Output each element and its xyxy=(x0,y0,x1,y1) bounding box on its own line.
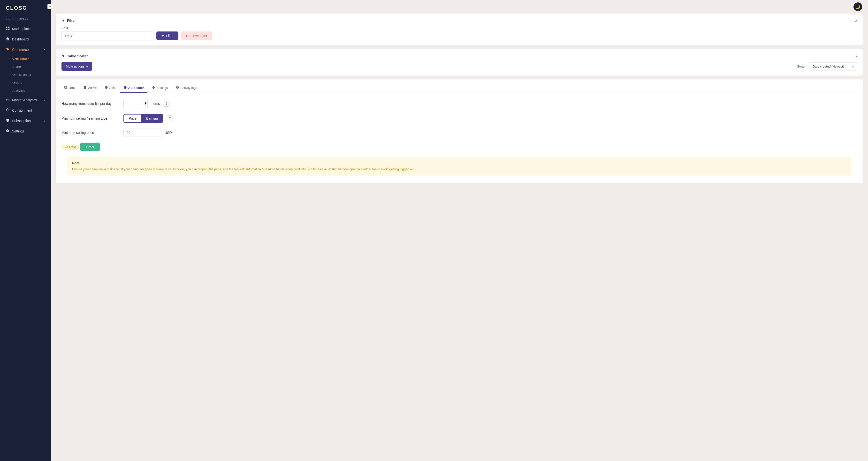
sidebar-item-marketplace[interactable]: Marketplace xyxy=(0,24,51,34)
sidebar-item-marketplace-label: Marketplace xyxy=(12,27,31,31)
sidebar-item-dashboard[interactable]: Dashboard xyxy=(0,34,51,44)
status-badge: No active xyxy=(61,145,80,150)
chevron-right-icon-sub: › xyxy=(44,119,45,122)
earning-type-label: Minimum selling / earning type xyxy=(61,117,120,120)
sidebar-item-consignment-label: Consignment xyxy=(12,109,32,112)
earning-help-button[interactable]: ? xyxy=(167,116,173,121)
items-label: Items xyxy=(152,102,160,105)
tab-auto-lister[interactable]: Auto-lister xyxy=(120,83,147,93)
app-logo: CLOSO xyxy=(0,0,51,16)
home-icon xyxy=(6,37,10,41)
sold-icon xyxy=(104,86,108,90)
svg-rect-2 xyxy=(6,29,7,30)
sidebar-item-omnichannel[interactable]: Omnichannel xyxy=(9,71,51,79)
tab-sold[interactable]: Sold xyxy=(101,83,119,93)
sorter-select[interactable]: Date created (Newest) Date created (Olde… xyxy=(809,62,857,70)
chart-icon xyxy=(6,98,10,102)
items-per-day-row: How many items auto-list per day ▲ ▼ Ite… xyxy=(61,99,857,108)
commerce-submenu: Crosslister Sharer Omnichannel Orders An… xyxy=(0,55,51,95)
main-content: 🌙 ▼ Filter ∧ SKU ▼ Filter Remove xyxy=(51,0,868,461)
autolister-content: How many items auto-list per day ▲ ▼ Ite… xyxy=(56,93,863,183)
note-box: Note Ensure your computer remains on. If… xyxy=(67,157,851,176)
remove-filter-button[interactable]: Remove Filter xyxy=(181,31,212,40)
svg-rect-0 xyxy=(6,27,7,28)
price-input-wrap: USD xyxy=(123,129,172,137)
sorter-filter-icon: ▼ xyxy=(61,54,65,58)
chevron-down-icon: ▾ xyxy=(43,48,45,51)
sidebar-item-commerce-label: Commerce xyxy=(12,48,29,52)
sku-input[interactable] xyxy=(61,31,153,40)
dark-mode-toggle[interactable]: 🌙 xyxy=(854,2,862,11)
items-per-day-input[interactable] xyxy=(124,100,148,107)
sorter-card: ▼ Table Sorter ∧ Multi actions ▾ Sorter:… xyxy=(56,49,863,75)
tab-draft[interactable]: Draft xyxy=(61,83,79,93)
min-price-row: Minimum selling price USD xyxy=(61,129,857,137)
topbar: 🌙 xyxy=(51,0,868,13)
note-title: Note xyxy=(72,161,847,165)
sidebar-item-commerce[interactable]: Commerce ▾ xyxy=(0,44,51,55)
sorter-row: Multi actions ▾ Sorter: Date created (Ne… xyxy=(61,62,857,71)
sidebar-item-subscription-label: Subscription xyxy=(12,119,31,123)
box-icon xyxy=(6,108,10,113)
sidebar-item-subscription[interactable]: Subscription › xyxy=(0,116,51,126)
auto-lister-icon xyxy=(123,86,127,90)
tag-icon xyxy=(6,47,10,52)
crosslister-label: Crosslister xyxy=(12,57,29,61)
grid-icon xyxy=(6,26,10,31)
filter-collapse-icon[interactable]: ∧ xyxy=(855,19,857,23)
min-price-input[interactable] xyxy=(123,129,162,137)
sidebar-item-consignment[interactable]: Consignment xyxy=(0,105,51,116)
multi-actions-dropdown-icon: ▾ xyxy=(86,64,88,68)
sidebar-item-market-analytics-label: Market Analytics xyxy=(12,98,37,102)
tabs-panel: Draft Active Sold xyxy=(56,80,863,183)
layers-icon xyxy=(6,118,10,123)
svg-rect-3 xyxy=(8,29,10,30)
svg-rect-1 xyxy=(8,27,10,28)
multi-actions-button[interactable]: Multi actions ▾ xyxy=(61,62,92,71)
tabs-row: Draft Active Sold xyxy=(56,83,863,93)
sidebar-item-orders[interactable]: Orders xyxy=(9,79,51,87)
sidebar-item-market-analytics[interactable]: Market Analytics › xyxy=(0,95,51,105)
svg-point-4 xyxy=(105,86,107,89)
sidebar-item-analytics[interactable]: Analytics xyxy=(9,87,51,95)
sorter-label: Sorter: xyxy=(797,65,807,68)
earning-toggle-button[interactable]: Earning xyxy=(142,115,163,122)
sorter-collapse-icon[interactable]: ∧ xyxy=(855,54,857,58)
tab-activity-logs[interactable]: Activity logs xyxy=(172,83,201,93)
sku-label: SKU xyxy=(61,26,857,30)
items-per-day-label: How many items auto-list per day xyxy=(61,102,120,105)
sidebar-item-dashboard-label: Dashboard xyxy=(12,37,29,41)
sidebar-item-settings[interactable]: Settings xyxy=(0,126,51,136)
draft-icon xyxy=(64,86,67,90)
min-price-label: Minimum selling price xyxy=(61,131,120,134)
sharer-label: Sharer xyxy=(12,65,22,68)
filter-button[interactable]: ▼ Filter xyxy=(156,31,178,40)
currency-label: USD xyxy=(164,131,172,134)
start-button[interactable]: Start xyxy=(80,143,100,151)
filter-card: ▼ Filter ∧ SKU ▼ Filter Remove Filter xyxy=(56,13,863,45)
filter-row: ▼ Filter Remove Filter xyxy=(61,31,857,40)
price-toggle-button[interactable]: Price xyxy=(124,115,142,122)
settings-tab-icon xyxy=(152,86,155,90)
filter-title: ▼ Filter xyxy=(61,19,76,23)
chevron-right-icon: › xyxy=(44,98,45,101)
sidebar-item-sharer[interactable]: Sharer xyxy=(9,63,51,71)
tab-settings[interactable]: Settings xyxy=(148,83,172,93)
sidebar: CLOSO YOUR COMPANY Marketplace Dashboard… xyxy=(0,0,51,461)
sidebar-collapse-button[interactable]: ‹› xyxy=(48,4,53,9)
sidebar-item-crosslister[interactable]: Crosslister xyxy=(9,55,51,63)
items-per-day-input-wrap: ▲ ▼ xyxy=(123,99,148,108)
analytics-label: Analytics xyxy=(12,89,25,92)
sorter-group: Sorter: Date created (Newest) Date creat… xyxy=(797,62,857,70)
sorter-title: ▼ Table Sorter xyxy=(61,54,88,58)
items-help-button[interactable]: ? xyxy=(164,101,169,106)
filter-funnel-icon: ▼ xyxy=(161,34,164,38)
company-label: YOUR COMPANY xyxy=(0,16,51,24)
sidebar-item-settings-label: Settings xyxy=(12,129,25,133)
note-text: Ensure your computer remains on. If your… xyxy=(72,167,847,172)
earning-type-row: Minimum selling / earning type Price Ear… xyxy=(61,114,857,123)
tab-active[interactable]: Active xyxy=(80,83,100,93)
active-icon xyxy=(83,86,87,90)
omnichannel-label: Omnichannel xyxy=(12,73,31,76)
activity-logs-icon xyxy=(176,86,179,90)
